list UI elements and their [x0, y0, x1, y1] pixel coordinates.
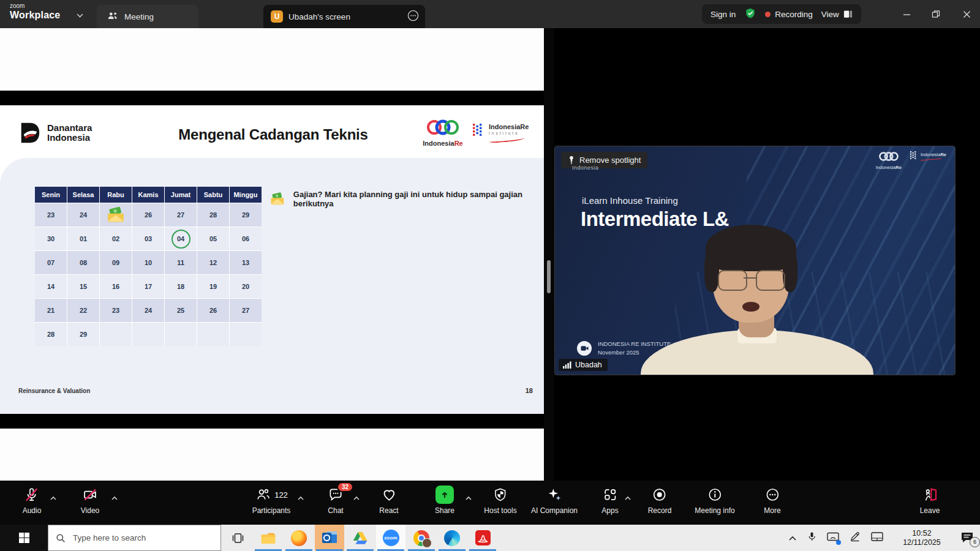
calendar-cell: 26 [197, 299, 229, 322]
tray-mic-icon[interactable] [807, 531, 816, 544]
calendar-header-cell: Rabu [100, 187, 132, 203]
task-view-button[interactable] [223, 525, 252, 551]
tray-touchpad-icon[interactable] [871, 532, 883, 544]
calendar-cell-payday [100, 203, 132, 227]
participants-button[interactable]: 122 Participants [252, 486, 291, 515]
divider-drag-handle[interactable] [547, 260, 551, 293]
video-corner-logos: IndonesiaRe IndonesiaRe [876, 151, 946, 170]
participant-name: Ubadah [575, 361, 602, 369]
close-button[interactable] [956, 5, 978, 23]
tray-pen-icon[interactable] [850, 531, 861, 544]
share-button[interactable]: Share [435, 486, 454, 515]
indonesiare-circles-icon [424, 119, 462, 136]
firefox-taskbar-icon[interactable] [284, 525, 314, 551]
zoom-workplace-logo: zoom Workplace [10, 3, 60, 20]
view-button[interactable]: View [821, 10, 853, 19]
audio-button[interactable]: Audio [23, 486, 42, 515]
participant-person [641, 225, 873, 375]
calendar-cell: 09 [100, 251, 132, 274]
start-button[interactable] [0, 525, 48, 551]
acrobat-taskbar-icon[interactable] [468, 525, 497, 551]
chrome-taskbar-icon[interactable] [407, 525, 436, 551]
taskbar-search[interactable] [48, 525, 221, 551]
system-tray: 10:52 12/11/2025 6 [788, 525, 975, 551]
people-icon [107, 11, 119, 23]
apps-options-chevron[interactable] [624, 492, 631, 503]
meeting-info-button[interactable]: Meeting info [695, 486, 734, 515]
zoom-taskbar-icon[interactable]: zoom [376, 525, 405, 551]
chat-button[interactable]: 32 Chat [328, 486, 344, 515]
minimize-button[interactable] [895, 5, 918, 23]
calendar-cell: 11 [165, 251, 197, 274]
titlebar-status-pill: Sign in Recording View [702, 4, 861, 24]
tab-ubadah-screen[interactable]: U Ubadah's screen [263, 5, 425, 28]
calendar-table: Senin Selasa Rabu Kamis Jumat Sabtu Ming… [35, 187, 262, 346]
shield-check-icon[interactable] [744, 7, 756, 21]
danantara-line2: Indonesia [47, 133, 92, 143]
edge-taskbar-icon[interactable] [437, 525, 467, 551]
react-button[interactable]: React [379, 486, 398, 515]
tab-meeting[interactable]: Meeting [97, 5, 198, 28]
chat-options-chevron[interactable] [353, 492, 360, 503]
cast-status-dot [836, 540, 841, 545]
more-button[interactable]: More [764, 486, 780, 515]
inst-re-text: Re [520, 123, 529, 130]
gdrive-taskbar-icon[interactable] [345, 525, 375, 551]
institute-dots-icon [473, 124, 485, 136]
search-input[interactable] [72, 533, 209, 543]
restore-button[interactable] [925, 5, 947, 23]
record-icon [652, 486, 668, 503]
danantara-mark-icon [18, 121, 42, 144]
sign-in-button[interactable]: Sign in [710, 10, 736, 19]
file-explorer-taskbar-icon[interactable] [254, 525, 283, 551]
calendar-header-cell: Senin [35, 187, 67, 203]
vid-ir-re-text: Re [895, 165, 902, 170]
participants-options-chevron[interactable] [297, 492, 304, 503]
zoom-icon-label: zoom [384, 535, 398, 541]
host-tools-button[interactable]: Host tools [484, 486, 516, 515]
video-options-chevron[interactable] [111, 492, 118, 503]
vid-ir-text: Indonesia [876, 165, 896, 170]
apps-button[interactable]: Apps [601, 486, 618, 515]
tray-chevron-up-icon[interactable] [788, 533, 797, 544]
share-screen-icon [435, 485, 454, 504]
chrome-profile-avatar [422, 538, 432, 548]
action-center-button[interactable]: 6 [960, 531, 975, 545]
calendar-header-cell: Selasa [67, 187, 99, 203]
share-options-chevron[interactable] [465, 492, 472, 503]
org-date: November 2025 [598, 348, 671, 357]
tab-screen-label: Ubadah's screen [288, 12, 350, 21]
audio-options-chevron[interactable] [50, 492, 57, 503]
folder-icon [260, 531, 276, 545]
calendar-cell: 21 [35, 299, 67, 322]
inst-swoosh [489, 135, 524, 143]
calendar-cell: 29 [230, 203, 262, 227]
money-envelope-icon [106, 207, 126, 223]
apps-label: Apps [601, 506, 618, 515]
video-org-overlay: INDONESIA RE INSTITUTE November 2025 [577, 340, 671, 357]
org-name: INDONESIA RE INSTITUTE [598, 340, 671, 348]
leave-button[interactable]: Leave [920, 486, 940, 515]
ai-companion-button[interactable]: AI Companion [531, 486, 578, 515]
meeting-content-area: Danantara Indonesia Mengenal Cadangan Te… [0, 28, 980, 481]
calendar-cell [165, 323, 197, 346]
vid-inst-text: Indonesia [921, 152, 941, 157]
participants-icon: 122 [255, 486, 288, 503]
record-button[interactable]: Record [648, 486, 672, 515]
calendar-cell: 27 [165, 203, 197, 227]
taskbar-clock[interactable]: 10:52 12/11/2025 [894, 529, 950, 547]
chevron-down-icon[interactable] [76, 10, 84, 21]
tab-meeting-label: Meeting [124, 12, 154, 21]
tray-cast-icon[interactable] [827, 532, 839, 544]
outlook-taskbar-icon[interactable] [315, 525, 344, 551]
participants-count: 122 [274, 490, 288, 500]
payday-note-text: Gajian? Mari kita planning gaji ini untu… [293, 190, 544, 208]
institute-dots-icon [910, 151, 918, 159]
tab-options-ellipsis-icon[interactable] [407, 10, 419, 23]
chat-icon: 32 [328, 486, 344, 503]
calendar-cell: 24 [67, 203, 99, 227]
leave-label: Leave [920, 506, 940, 515]
video-button[interactable]: Video [81, 486, 99, 515]
spotlight-video-tile[interactable]: iLearn Inhouse Training Intermediate L& … [554, 146, 956, 375]
panel-divider [544, 28, 554, 481]
